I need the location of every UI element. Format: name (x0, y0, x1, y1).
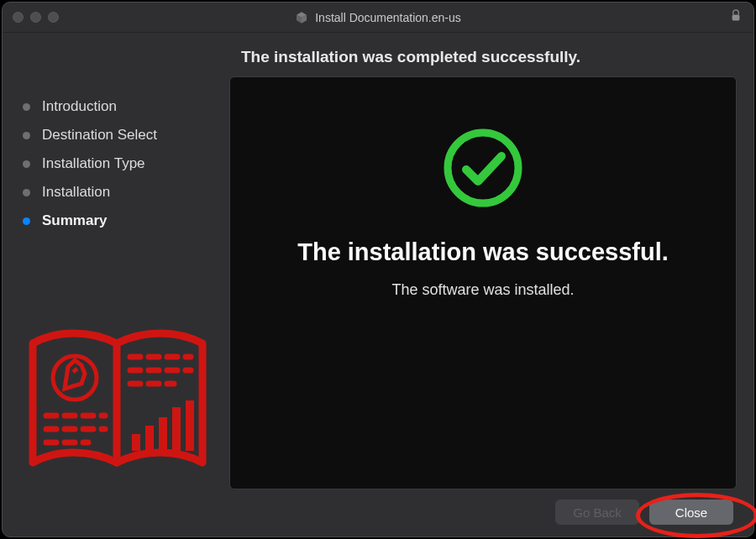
sidebar-item-label: Installation Type (42, 155, 145, 172)
minimize-window-button[interactable] (30, 12, 41, 23)
bullet-icon (23, 189, 30, 196)
lock-icon[interactable] (730, 9, 742, 26)
bullet-icon (23, 132, 30, 139)
zoom-window-button[interactable] (48, 12, 59, 23)
sidebar-item-installation-type: Installation Type (23, 155, 218, 172)
success-check-icon (441, 126, 525, 238)
page-heading: The installation was completed successfu… (23, 48, 737, 66)
svg-rect-12 (186, 400, 194, 451)
close-window-button[interactable] (13, 12, 24, 23)
bullet-icon (23, 160, 30, 168)
svg-rect-11 (172, 407, 181, 451)
sidebar-item-introduction: Introduction (23, 98, 218, 115)
footer: Go Back Close (23, 489, 737, 525)
svg-point-13 (448, 133, 518, 203)
sidebar-item-label: Installation (42, 184, 110, 201)
content-panel: The installation was successful. The sof… (229, 76, 737, 489)
window-title: Install Documentation.en-us (315, 11, 461, 24)
installer-window: Install Documentation.en-us The installa… (2, 2, 754, 537)
svg-rect-9 (145, 426, 154, 451)
success-subtext: The software was installed. (391, 281, 574, 299)
sidebar: Introduction Destination Select Installa… (23, 76, 218, 489)
package-icon (295, 11, 308, 24)
steps-list: Introduction Destination Select Installa… (23, 98, 218, 229)
traffic-lights (13, 12, 59, 23)
svg-rect-10 (159, 417, 167, 451)
sidebar-item-destination-select: Destination Select (23, 127, 218, 144)
svg-rect-8 (132, 434, 140, 451)
success-heading: The installation was successful. (297, 238, 669, 266)
bullet-icon (23, 217, 30, 225)
close-button[interactable]: Close (649, 500, 733, 525)
sidebar-item-installation: Installation (23, 184, 218, 201)
go-back-button: Go Back (555, 500, 639, 525)
titlebar: Install Documentation.en-us (3, 3, 753, 33)
body-area: The installation was completed successfu… (3, 33, 753, 536)
sidebar-item-summary: Summary (23, 212, 218, 229)
svg-rect-0 (732, 14, 740, 20)
sidebar-item-label: Summary (42, 212, 107, 229)
documentation-book-icon (23, 323, 218, 489)
sidebar-item-label: Destination Select (42, 127, 157, 144)
sidebar-item-label: Introduction (42, 98, 117, 115)
bullet-icon (23, 103, 30, 111)
